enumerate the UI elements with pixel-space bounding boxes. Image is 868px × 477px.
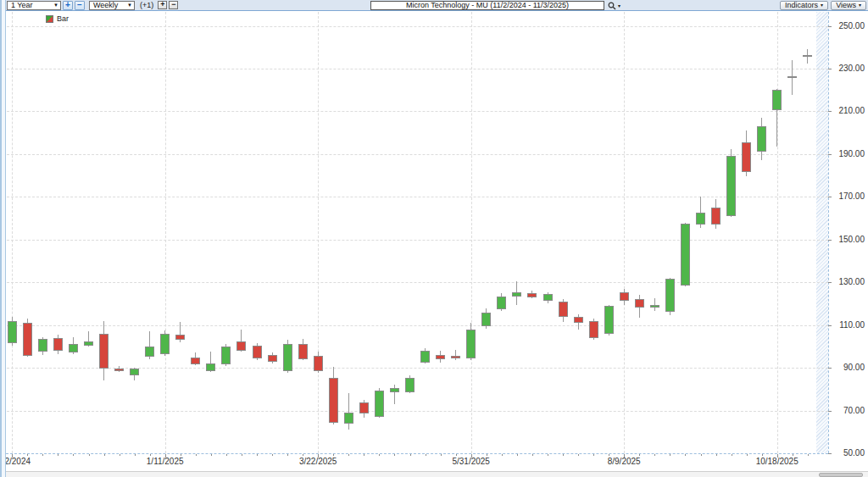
time-axis-tick [272, 454, 273, 456]
candle [650, 305, 659, 308]
candle [620, 292, 629, 301]
left-pane-splitter[interactable] [0, 0, 6, 477]
candle [298, 344, 308, 359]
time-axis-label: 3/22/2025 [299, 457, 337, 466]
remove-bar-button[interactable]: − [169, 1, 178, 9]
candle [99, 334, 108, 369]
candle [574, 317, 583, 324]
time-axis-tick [487, 454, 487, 456]
time-axis-label: 8/9/2025 [608, 457, 641, 466]
candle [314, 356, 323, 371]
price-axis-tick [828, 411, 832, 412]
time-axis-label: 5/31/2025 [452, 457, 490, 466]
search-icon[interactable] [608, 2, 616, 10]
candle [253, 346, 262, 358]
scrollbar-thumb[interactable] [819, 473, 863, 477]
time-axis-tick [73, 454, 74, 456]
time-axis-tick [808, 454, 809, 456]
candle [420, 351, 430, 363]
gridline-horizontal [7, 282, 828, 283]
zoom-out-button[interactable]: − [75, 1, 85, 10]
time-axis-tick [89, 454, 90, 456]
price-axis-tick [828, 111, 832, 112]
candle [221, 347, 231, 364]
candle [405, 378, 415, 393]
zoom-in-button[interactable]: + [63, 1, 73, 10]
candle [436, 355, 445, 359]
candle [589, 321, 598, 338]
candle [481, 313, 491, 326]
price-axis-label: 230.00 [817, 64, 865, 73]
time-axis-tick [578, 454, 579, 456]
chart-toolbar: 1 Year ▼ + − Weekly ▼ (+1) + − Micron Te… [6, 0, 868, 11]
period-value: Weekly [93, 1, 118, 9]
gridline-vertical [624, 12, 625, 453]
horizontal-scrollbar[interactable] [6, 471, 868, 477]
time-axis-tick [716, 454, 717, 456]
indicators-button[interactable]: Indicators ▾ [780, 1, 828, 10]
time-axis-tick [318, 454, 319, 458]
legend-bar-series[interactable]: Bar [46, 14, 69, 23]
candle [175, 335, 185, 340]
candle [466, 330, 476, 358]
time-axis-tick [441, 454, 442, 456]
price-axis-label: 250.00 [817, 22, 865, 31]
price-axis-label: 170.00 [817, 192, 865, 201]
time-axis-tick [42, 454, 43, 456]
time-axis-tick [426, 454, 426, 456]
gridline-horizontal [7, 26, 828, 27]
symbol-title: Micron Technology - MU (11/2/2024 - 11/3… [406, 2, 569, 9]
gridline-vertical [777, 12, 778, 453]
price-axis-tick [828, 282, 832, 283]
time-axis-tick [303, 454, 303, 456]
time-axis-tick [58, 454, 58, 456]
candle [344, 413, 353, 424]
time-axis-tick [364, 454, 364, 456]
time-axis-tick [120, 454, 120, 456]
price-axis-label: 110.00 [817, 321, 865, 330]
time-range-select[interactable]: 1 Year ▼ [7, 1, 61, 10]
symbol-search[interactable]: ▾ [608, 1, 620, 10]
candle [665, 279, 675, 312]
add-bar-button[interactable]: + [158, 1, 167, 9]
time-axis-tick [226, 454, 227, 456]
time-axis-line [6, 453, 828, 454]
time-axis-tick [257, 454, 258, 456]
symbol-title-box[interactable]: Micron Technology - MU (11/2/2024 - 11/3… [370, 1, 604, 10]
time-axis-tick [242, 454, 242, 456]
price-axis-tick [828, 240, 832, 241]
time-axis-tick [685, 454, 686, 456]
candle [696, 213, 705, 225]
chevron-down-icon: ▼ [53, 3, 58, 8]
candle [84, 341, 93, 346]
time-axis-tick [777, 454, 778, 458]
candle [69, 344, 78, 352]
time-axis-tick [624, 454, 625, 458]
candle [329, 378, 338, 423]
time-axis-label: 10/18/2025 [756, 457, 798, 466]
future-area-band [816, 12, 828, 453]
price-axis-tick [828, 325, 832, 326]
time-axis-tick [639, 454, 640, 456]
time-axis-tick [27, 454, 28, 456]
gridline-horizontal [7, 411, 828, 412]
legend-label: Bar [57, 14, 69, 23]
views-button[interactable]: Views ▾ [831, 1, 866, 10]
candle [283, 344, 292, 371]
candle [726, 156, 736, 216]
time-axis-tick [456, 454, 457, 456]
period-select[interactable]: Weekly ▼ [89, 1, 135, 10]
candle [559, 302, 568, 317]
time-axis-tick [563, 454, 564, 456]
chevron-down-icon[interactable]: ▾ [618, 3, 620, 8]
chevron-down-icon: ▾ [821, 2, 823, 9]
chart-plot-area[interactable]: Bar 250.00230.00210.00190.00170.00150.00… [0, 0, 868, 477]
candle [390, 388, 399, 392]
time-axis-tick [762, 454, 763, 456]
price-axis-label: 190.00 [817, 150, 865, 158]
bar-offset-label: (+1) [140, 1, 153, 9]
time-axis-label: 1/11/2025 [147, 457, 184, 466]
candle [160, 334, 170, 354]
price-axis-label: 150.00 [817, 236, 865, 244]
indicators-label: Indicators [785, 2, 818, 9]
